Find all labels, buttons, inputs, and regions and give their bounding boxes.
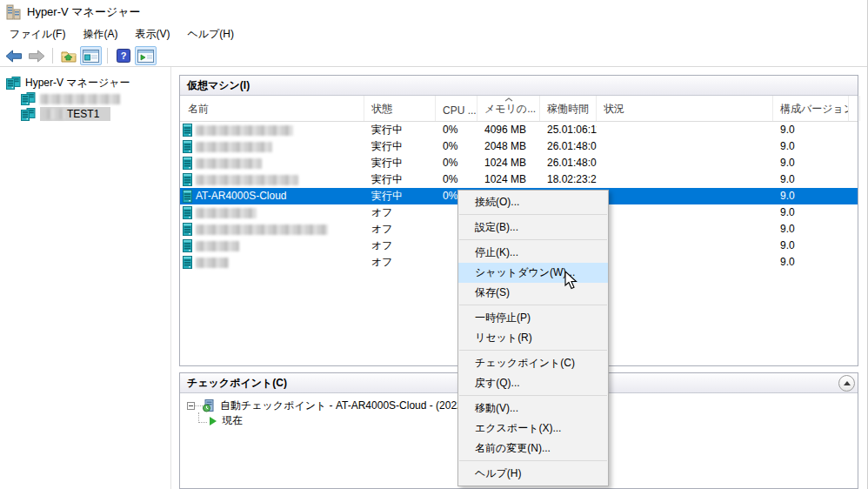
vm-icon xyxy=(183,157,192,170)
collapse-panel-button[interactable] xyxy=(838,375,855,392)
help-button[interactable]: ? xyxy=(112,46,134,65)
vm-status-cell xyxy=(597,188,773,204)
vm-filler-cell xyxy=(849,221,858,238)
vm-uptime-cell: 26.01:48:08 xyxy=(540,138,597,155)
hyperv-host-icon xyxy=(6,77,21,90)
menu-separator xyxy=(459,305,607,305)
menu-item-connect[interactable]: 接続(O)... xyxy=(458,192,608,212)
hyperv-host-icon xyxy=(21,108,36,121)
svg-text:?: ? xyxy=(120,50,126,61)
vm-version-cell: 9.0 xyxy=(773,122,849,138)
vm-version-cell: 9.0 xyxy=(773,138,849,155)
vm-row[interactable]: 実行中0%1024 MB18.02:23:279.0 xyxy=(180,171,858,188)
vm-name-cell xyxy=(180,138,364,155)
arrow-right-icon xyxy=(28,50,45,63)
vm-memory-cell: 2048 MB xyxy=(477,138,540,155)
column-header-状態[interactable]: 状態 xyxy=(364,96,436,121)
vm-name-cell xyxy=(180,122,364,138)
hyperv-app-icon xyxy=(6,4,21,20)
menu-action[interactable]: 操作(A) xyxy=(74,24,126,44)
menu-item-export[interactable]: エクスポート(X)... xyxy=(458,419,608,439)
sort-asc-icon xyxy=(504,97,513,102)
menu-item-save[interactable]: 保存(S) xyxy=(458,283,608,303)
vm-version-cell: 9.0 xyxy=(773,171,849,188)
column-header-名前[interactable]: 名前 xyxy=(180,96,364,121)
menu-view[interactable]: 表示(V) xyxy=(126,24,178,44)
menu-item-revert[interactable]: 戻す(Q)... xyxy=(458,373,608,393)
vm-version-cell: 9.0 xyxy=(773,204,849,221)
collapse-expander-icon[interactable] xyxy=(187,402,195,410)
menu-item-shutdown[interactable]: シャットダウン(W)... xyxy=(458,263,608,283)
menu-separator xyxy=(459,460,607,461)
arrow-left-icon xyxy=(5,50,23,63)
redacted-text xyxy=(196,125,293,136)
vm-row[interactable]: 実行中0%2048 MB26.01:48:089.0 xyxy=(180,138,858,155)
checkpoint-now-label: 現在 xyxy=(222,413,243,428)
vm-filler-cell xyxy=(849,122,858,138)
menu-item-help[interactable]: ヘルプ(H) xyxy=(458,464,608,484)
tree-item-host-1[interactable] xyxy=(0,90,170,106)
menu-item-rename[interactable]: 名前の変更(N)... xyxy=(458,439,608,459)
vm-memory-cell: 1024 MB xyxy=(477,155,540,171)
vm-state-cell: オフ xyxy=(364,254,436,271)
menu-item-pause[interactable]: 一時停止(P) xyxy=(458,308,608,328)
column-header-稼働時間[interactable]: 稼働時間 xyxy=(540,96,597,121)
tree-root-label: Hyper-V マネージャー xyxy=(25,76,130,90)
vm-name-cell xyxy=(180,221,364,238)
toggle-console-tree-button[interactable] xyxy=(80,46,102,65)
vm-filler-cell xyxy=(849,171,858,188)
vm-state-cell: オフ xyxy=(364,221,436,238)
vm-icon xyxy=(183,223,192,236)
vm-panel-title: 仮想マシン(I) xyxy=(180,76,858,96)
console-tree-icon xyxy=(83,50,99,63)
column-header-label: 状態 xyxy=(371,102,392,117)
menu-separator xyxy=(459,395,607,396)
redacted-text xyxy=(196,241,239,251)
redacted-text xyxy=(196,258,229,268)
tree-item-hyperv-root[interactable]: Hyper-V マネージャー xyxy=(0,75,170,90)
menu-separator xyxy=(459,214,607,215)
redacted-text xyxy=(196,142,272,152)
vm-version-cell: 9.0 xyxy=(773,254,849,271)
vm-status-cell xyxy=(597,221,773,238)
toggle-action-pane-button[interactable] xyxy=(135,46,157,65)
menu-item-stop[interactable]: 停止(K)... xyxy=(458,243,608,263)
column-header-状況[interactable]: 状況 xyxy=(597,96,773,121)
vm-status-cell xyxy=(597,238,773,254)
title-bar: Hyper-V マネージャー xyxy=(0,0,867,24)
vm-name-text: AT-AR4000S-Cloud xyxy=(196,188,287,204)
vm-icon xyxy=(183,173,192,186)
menu-item-checkpoint[interactable]: チェックポイント(C) xyxy=(458,353,608,373)
column-header-label: 稼働時間 xyxy=(547,102,589,117)
menu-help[interactable]: ヘルプ(H) xyxy=(178,24,243,44)
forward-button[interactable] xyxy=(25,46,47,65)
export-list-button[interactable] xyxy=(57,46,79,65)
tree-item-host-test1[interactable]: TEST1 xyxy=(0,106,170,122)
menu-file[interactable]: ファイル(F) xyxy=(1,24,74,44)
checkpoint-icon xyxy=(203,399,216,412)
hyperv-host-icon xyxy=(21,92,36,105)
vm-row[interactable]: 実行中0%1024 MB26.01:48:069.0 xyxy=(180,155,858,171)
column-header-CPU ...[interactable]: CPU ... xyxy=(436,96,477,121)
vm-state-cell: 実行中 xyxy=(364,155,436,171)
vm-icon xyxy=(183,124,192,137)
vm-row[interactable]: 実行中0%4096 MB25.01:06:119.0 xyxy=(180,122,858,138)
menu-separator xyxy=(459,239,607,240)
menu-item-settings[interactable]: 設定(B)... xyxy=(458,218,608,238)
menu-item-reset[interactable]: リセット(R) xyxy=(458,328,608,348)
window-title: Hyper-V マネージャー xyxy=(27,4,141,20)
column-header-メモリの...[interactable]: メモリの... xyxy=(477,96,540,121)
vm-icon xyxy=(183,256,192,269)
tree-item-text: TEST1 xyxy=(67,108,99,120)
back-button[interactable] xyxy=(3,46,24,65)
help-icon: ? xyxy=(117,49,130,63)
column-header-構成バージョン[interactable]: 構成バージョン xyxy=(773,96,849,121)
redacted-text xyxy=(43,109,65,119)
checkpoint-root-label: 自動チェックポイント - AT-AR4000S-Cloud - (2022/05 xyxy=(220,399,477,413)
action-pane-icon xyxy=(137,50,154,63)
vm-filler-cell xyxy=(849,138,858,155)
redacted-text xyxy=(196,158,262,169)
toolbar-separator xyxy=(107,48,108,64)
menu-item-move[interactable]: 移動(V)... xyxy=(458,399,608,419)
chevron-up-icon xyxy=(844,381,851,385)
